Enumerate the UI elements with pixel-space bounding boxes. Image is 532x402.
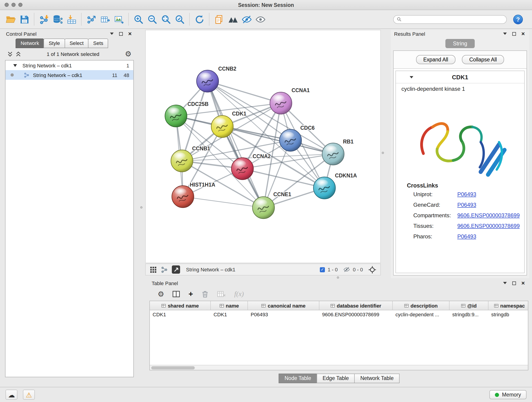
tab-sets[interactable]: Sets xyxy=(88,38,108,48)
tissues-link[interactable]: 9606.ENSP00000378699 xyxy=(457,223,520,229)
expander-icon[interactable] xyxy=(13,64,17,67)
close-panel-button[interactable]: × xyxy=(127,31,133,37)
network-node-cdc6[interactable] xyxy=(279,129,302,151)
zoom-out-button[interactable] xyxy=(145,12,159,26)
network-node-ccnb1[interactable] xyxy=(171,150,193,172)
network-node-ccna2[interactable] xyxy=(231,158,253,180)
node-count: 11 xyxy=(109,72,117,78)
chevron-down-icon xyxy=(503,282,507,284)
expand-all-button[interactable]: Expand All xyxy=(416,55,456,64)
create-column-button[interactable]: + xyxy=(189,290,193,298)
search-input[interactable] xyxy=(404,17,503,22)
splitter-handle[interactable] xyxy=(140,206,143,209)
network-edge[interactable] xyxy=(183,197,264,208)
tab-edge-table[interactable]: Edge Table xyxy=(317,374,355,383)
collapse-panel-button[interactable] xyxy=(502,280,508,286)
birds-eye-view-button[interactable] xyxy=(172,265,180,274)
close-window-button[interactable] xyxy=(5,3,9,7)
network-edge[interactable] xyxy=(208,81,281,103)
zoom-fit-button[interactable] xyxy=(159,12,173,26)
zoom-window-button[interactable] xyxy=(18,3,22,7)
splitter-handle[interactable] xyxy=(337,276,339,279)
scrollbar-thumb[interactable] xyxy=(151,366,195,370)
float-panel-button[interactable] xyxy=(511,280,517,286)
pan-mode-button[interactable] xyxy=(368,266,376,274)
network-node-cdc25b[interactable] xyxy=(165,105,187,127)
graphics-details-button[interactable] xyxy=(226,12,240,26)
network-node-ccnb2[interactable] xyxy=(196,70,219,92)
close-panel-button[interactable]: × xyxy=(520,280,526,286)
annotations-button[interactable] xyxy=(212,12,226,26)
open-session-button[interactable] xyxy=(4,12,17,26)
network-node-cdkn1a[interactable] xyxy=(313,177,336,199)
show-columns-button[interactable] xyxy=(172,290,180,298)
table-cell: P06493 xyxy=(248,310,319,319)
function-builder-button[interactable]: f(x) xyxy=(234,290,244,298)
collapse-all-button[interactable]: Collapse All xyxy=(462,55,504,64)
network-node-ccna1[interactable] xyxy=(270,92,292,114)
float-panel-button[interactable] xyxy=(118,31,124,37)
pharos-link[interactable]: P06493 xyxy=(457,233,476,240)
results-panel-title: Results Panel xyxy=(394,31,425,36)
help-button[interactable]: ? xyxy=(513,14,523,24)
tab-select[interactable]: Select xyxy=(65,38,89,48)
column-header-namespac[interactable]: namespac xyxy=(488,301,528,310)
table-options-button[interactable]: ⚙ xyxy=(158,290,164,298)
splitter-handle[interactable] xyxy=(382,152,384,154)
gene-section-header[interactable]: CDK1 xyxy=(396,71,524,83)
cloud-status-button[interactable]: ☁ xyxy=(6,390,17,400)
collapse-panel-button[interactable] xyxy=(502,31,508,37)
network-edge[interactable] xyxy=(208,81,264,208)
network-row[interactable]: String Network – cdk1 11 48 xyxy=(6,70,133,80)
show-all-button[interactable] xyxy=(253,12,267,26)
import-network-file-button[interactable] xyxy=(37,12,51,26)
column-header-@id[interactable]: @id xyxy=(450,301,488,310)
import-network-database-button[interactable] xyxy=(51,12,65,26)
delete-column-button[interactable] xyxy=(201,290,209,298)
grid-view-button[interactable] xyxy=(150,266,157,273)
column-header-shared-name[interactable]: shared name xyxy=(150,301,211,310)
collapse-all-networks-button[interactable] xyxy=(16,51,21,57)
float-panel-button[interactable] xyxy=(511,31,517,37)
hide-selected-button[interactable] xyxy=(240,12,253,26)
column-header-database-identifier[interactable]: database identifier xyxy=(319,301,393,310)
tab-node-table[interactable]: Node Table xyxy=(279,374,317,383)
zoom-in-button[interactable] xyxy=(132,12,145,26)
compartments-link[interactable]: 9606.ENSP00000378699 xyxy=(457,212,520,218)
apply-layout-button[interactable] xyxy=(192,12,206,26)
save-session-button[interactable] xyxy=(17,12,31,26)
network-options-button[interactable]: ⚙ xyxy=(125,51,132,58)
column-header-canonical-name[interactable]: canonical name xyxy=(248,301,319,310)
warnings-button[interactable]: ⚠ xyxy=(23,390,35,400)
tab-network-table[interactable]: Network Table xyxy=(355,374,399,383)
genecard-link[interactable]: P06493 xyxy=(457,201,476,208)
network-collection-row[interactable]: String Network – cdk1 1 xyxy=(6,61,133,70)
network-node-cdk1[interactable] xyxy=(211,115,233,138)
network-canvas[interactable]: CCNB2CCNA1CDC25BCDK1CDC6RB1CCNB1CCNA2CDK… xyxy=(145,30,381,263)
minimize-window-button[interactable] xyxy=(12,3,16,7)
delete-table-button[interactable] xyxy=(217,290,226,298)
network-node-ccne1[interactable] xyxy=(253,197,274,219)
network-edge[interactable] xyxy=(242,169,324,188)
network-node-rb1[interactable] xyxy=(322,143,344,165)
tab-style[interactable]: Style xyxy=(44,38,65,48)
expand-all-networks-button[interactable] xyxy=(7,51,13,57)
memory-button[interactable]: Memory xyxy=(490,390,526,399)
selected-checkbox-icon[interactable]: ✓ xyxy=(320,267,325,272)
export-network-button[interactable] xyxy=(84,12,98,26)
table-row[interactable]: CDK1CDK1P064939606.ENSP00000378699cyclin… xyxy=(150,310,528,319)
tab-network[interactable]: Network xyxy=(16,38,44,48)
network-node-hist1h1a[interactable] xyxy=(172,186,194,208)
close-panel-button[interactable]: × xyxy=(520,31,526,37)
import-table-button[interactable] xyxy=(65,12,78,26)
column-header-description[interactable]: description xyxy=(393,301,450,310)
zoom-selected-button[interactable] xyxy=(173,12,186,26)
horizontal-scrollbar[interactable] xyxy=(150,365,528,370)
export-table-button[interactable] xyxy=(98,12,112,26)
export-image-button[interactable] xyxy=(112,12,126,26)
tab-string[interactable]: String xyxy=(446,39,475,48)
uniprot-link[interactable]: P06493 xyxy=(457,191,476,197)
network-list-button[interactable] xyxy=(161,266,168,273)
column-header-name[interactable]: name xyxy=(211,301,248,310)
collapse-panel-button[interactable] xyxy=(109,31,114,37)
